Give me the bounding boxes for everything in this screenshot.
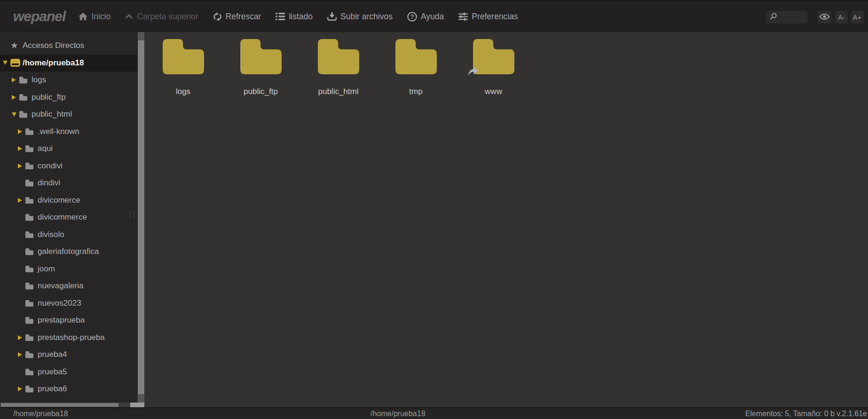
tree-item-condivi[interactable]: condivi — [0, 158, 138, 175]
caret-right-icon[interactable] — [12, 95, 19, 100]
search-input[interactable] — [780, 14, 806, 21]
folder-icon — [25, 214, 38, 221]
file-tile-public-ftp[interactable]: public_ftp — [222, 39, 300, 96]
caret-down-icon[interactable] — [3, 61, 10, 65]
toolbar-item-listado[interactable]: listado — [276, 12, 313, 22]
tree-item-divisolo[interactable]: divisolo — [0, 226, 138, 244]
toolbar-item-carpeta-superior[interactable]: Carpeta superior — [125, 12, 198, 22]
tree-item-label: dindivi — [38, 178, 60, 188]
folder-icon — [318, 39, 359, 74]
tree-item-label: public_ftp — [32, 93, 66, 102]
tree-item-prestashop-prueba[interactable]: prestashop-prueba — [0, 329, 138, 347]
tree-item-nuevagaleria[interactable]: nuevagaleria — [0, 277, 138, 295]
folder-icon — [25, 386, 38, 393]
app-logo: wepanel — [13, 8, 65, 24]
file-tile-www[interactable]: www — [455, 39, 532, 96]
directory-tree: ★Accesos Directos/home/prueba18logspubli… — [0, 32, 138, 403]
tree-item-dindivi[interactable]: dindivi — [0, 174, 138, 192]
tree-item-label: prestashop-prueba — [38, 333, 105, 342]
toolbar-item-label: Ayuda — [421, 12, 444, 22]
tree-item-prueba4[interactable]: prueba4 — [0, 346, 138, 364]
caret-right-icon[interactable] — [18, 129, 25, 134]
refresh-icon — [213, 12, 222, 21]
sidebar-horizontal-scrollbar[interactable] — [0, 403, 144, 407]
sidebar-resize-grip[interactable] — [130, 211, 134, 218]
caret-right-icon[interactable] — [12, 78, 19, 82]
upload-icon — [327, 12, 337, 21]
folder-icon — [25, 317, 38, 324]
home-icon — [79, 13, 87, 20]
folder-icon — [25, 197, 38, 204]
horizontal-scrollbar-thumb[interactable] — [1, 403, 118, 407]
tree-item-divicomerce[interactable]: divicomerce — [0, 192, 138, 209]
tree-item-divicommerce[interactable]: divicommerce — [0, 209, 138, 226]
caret-right-icon[interactable] — [18, 146, 25, 151]
tree-item-prueba5[interactable]: prueba5 — [0, 364, 138, 381]
vertical-scrollbar-thumb[interactable] — [138, 40, 144, 394]
file-tiles: logspublic_ftppublic_htmltmpwww — [144, 39, 532, 96]
tree-item-public-ftp[interactable]: public_ftp — [0, 89, 138, 106]
file-tile-label: logs — [176, 87, 190, 96]
caret-down-icon[interactable] — [12, 112, 19, 117]
tree-item-label: prueba4 — [38, 350, 67, 359]
toolbar-item-preferencias[interactable]: Preferencias — [458, 12, 518, 22]
tree-item-label: joom — [38, 264, 55, 274]
caret-right-icon[interactable] — [18, 198, 25, 203]
toolbar-controls: A- A+ — [746, 1, 868, 33]
sidebar-vertical-scrollbar[interactable] — [138, 32, 144, 403]
tree-item-joom[interactable]: joom — [0, 261, 138, 278]
toolbar-item-refrescar[interactable]: Refrescar — [213, 12, 261, 22]
folder-icon — [163, 39, 204, 74]
caret-right-icon[interactable] — [18, 387, 25, 391]
file-tile-label: www — [485, 87, 502, 96]
toolbar-item-label: Preferencias — [472, 12, 518, 22]
toolbar-item-subir-archivos[interactable]: Subir archivos — [327, 12, 393, 22]
tree-item-public-html[interactable]: public_html — [0, 106, 138, 123]
folder-icon — [395, 39, 437, 74]
tree-item-label: Accesos Directos — [23, 41, 84, 50]
file-tile-public-html[interactable]: public_html — [300, 39, 377, 96]
status-items-info: Elementos: 5, Tamaño: 0 b v.2.1.61e — [745, 410, 867, 418]
tree-item-prueba7[interactable]: prueba7 — [0, 398, 138, 403]
caret-right-icon[interactable] — [18, 164, 25, 168]
folder-icon — [19, 111, 32, 118]
caret-right-icon[interactable] — [18, 352, 25, 357]
tree-item-label: galeriafotografica — [38, 247, 99, 256]
tree-item-logs[interactable]: logs — [0, 71, 138, 89]
folder-icon — [19, 77, 32, 84]
folder-icon — [19, 94, 32, 101]
tree-item-label: divicomerce — [38, 196, 80, 205]
folder-icon — [25, 266, 38, 273]
star-icon: ★ — [10, 40, 23, 51]
sidebar: ★Accesos Directos/home/prueba18logspubli… — [0, 32, 144, 407]
tree-item-well-known[interactable]: .well-known — [0, 123, 138, 141]
tree-item-prueba6[interactable]: prueba6 — [0, 380, 138, 398]
tree-item-label: public_html — [32, 110, 72, 119]
search-box[interactable] — [766, 11, 807, 24]
tree-item-aqui[interactable]: aqui — [0, 140, 138, 158]
folder-icon — [25, 334, 38, 341]
list-icon — [276, 13, 285, 20]
caret-right-icon[interactable] — [18, 335, 25, 340]
tree-item-galeriafotografica[interactable]: galeriafotografica — [0, 243, 138, 261]
file-tile-tmp[interactable]: tmp — [377, 39, 455, 96]
tree-item-label: nuevagaleria — [38, 281, 83, 291]
toolbar-item-ayuda[interactable]: ?Ayuda — [407, 12, 444, 22]
help-icon: ? — [407, 12, 417, 22]
tree-item-prestaprueba[interactable]: prestaprueba — [0, 312, 138, 329]
tree-item-home-prueba18[interactable]: /home/prueba18 — [0, 55, 138, 72]
toggle-hidden-files-button[interactable] — [818, 11, 831, 24]
tree-item-label: prueba6 — [38, 384, 67, 394]
folder-icon — [25, 300, 38, 307]
toolbar-item-label: Refrescar — [226, 12, 261, 22]
toolbar-menu: InicioCarpeta superiorRefrescarlistadoSu… — [79, 12, 518, 22]
font-decrease-button[interactable]: A- — [835, 11, 848, 24]
toolbar: wepanel InicioCarpeta superiorRefrescarl… — [0, 0, 868, 32]
font-increase-button[interactable]: A+ — [851, 11, 864, 24]
toolbar-item-inicio[interactable]: Inicio — [79, 12, 110, 22]
file-tile-logs[interactable]: logs — [144, 39, 222, 96]
status-bar: /home/prueba18 /home/prueba18 Elementos:… — [0, 407, 868, 419]
tree-item-nuevos2023[interactable]: nuevos2023 — [0, 295, 138, 312]
sidebar-shortcuts-header[interactable]: ★Accesos Directos — [0, 37, 138, 55]
svg-text:?: ? — [410, 14, 414, 20]
